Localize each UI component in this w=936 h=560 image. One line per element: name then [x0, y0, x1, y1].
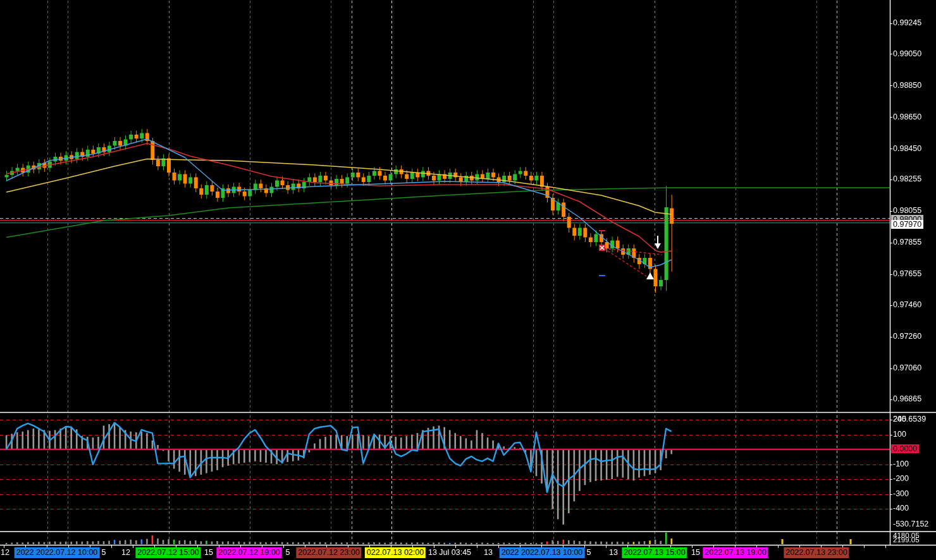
price-axis-label: 0.96865	[893, 394, 921, 403]
time-session-label: 2022.07.13 23:00	[784, 547, 849, 558]
price-axis-label: 0.97060	[893, 363, 921, 372]
time-axis-label: 13	[607, 547, 620, 558]
time-session-label: 2022.07.13 15:00	[622, 547, 687, 558]
price-axis-label: 0.98450	[893, 144, 921, 153]
price-axis-label: 0.97855	[893, 238, 921, 247]
price-axis-label: 0.98055	[893, 206, 921, 215]
price-axis-label: 0.98650	[893, 113, 921, 121]
time-axis-label: 15	[689, 547, 702, 558]
time-session-label: 2022 2022.07.13 10:00	[500, 547, 585, 558]
time-axis-label: 12	[120, 547, 132, 558]
cci-level-label: -300	[893, 489, 909, 498]
time-session-label: 2022.07.12 15:00	[135, 547, 200, 558]
time-session-label: 2022.07.13 19:00	[703, 547, 768, 558]
price-axis-label: 0.97260	[893, 332, 921, 341]
price-axis-label: 0.99050	[893, 49, 921, 58]
cci-level-label: 200	[893, 415, 906, 423]
current-price-tag: 0.97970	[891, 220, 923, 229]
cci-level-label: -400	[893, 504, 909, 513]
time-session-label: 2022 2022.07.12 10:00	[15, 547, 100, 558]
cci-level-label: -200	[893, 474, 909, 483]
price-axis-label: 0.98255	[893, 174, 921, 183]
price-axis-label: 0.98850	[893, 81, 921, 90]
chart-canvas[interactable]	[0, 0, 936, 560]
time-axis-label: 15	[202, 547, 215, 558]
time-axis-label: 5	[585, 547, 593, 558]
cci-level-label: 100	[893, 430, 906, 439]
cci-zero-tag: 0.0000	[891, 444, 919, 453]
price-axis-label: 0.97460	[893, 300, 921, 309]
cci-min-label: -530.7152	[893, 520, 928, 528]
mt4-chart-window: { "window": {"title": "USDCHF,M15 0.9807…	[0, 0, 936, 560]
volume-min-label: 2199.05	[893, 536, 920, 544]
time-axis-label: 5	[284, 547, 292, 558]
cci-level-label: -100	[893, 460, 909, 468]
time-session-label: 2022.07.12 23:00	[296, 547, 361, 558]
price-axis-label: 0.99245	[893, 18, 921, 27]
time-axis-label: 13 Jul 03:45	[426, 547, 473, 558]
price-axis-label: 0.97655	[893, 269, 921, 278]
time-session-label: 022.07.13 02:00	[365, 547, 426, 558]
time-axis-label: 5	[100, 547, 108, 558]
time-session-label: 2022.07.12 19:00	[216, 547, 281, 558]
time-axis-label: 12	[0, 547, 11, 558]
time-axis-label: 13	[482, 547, 495, 558]
